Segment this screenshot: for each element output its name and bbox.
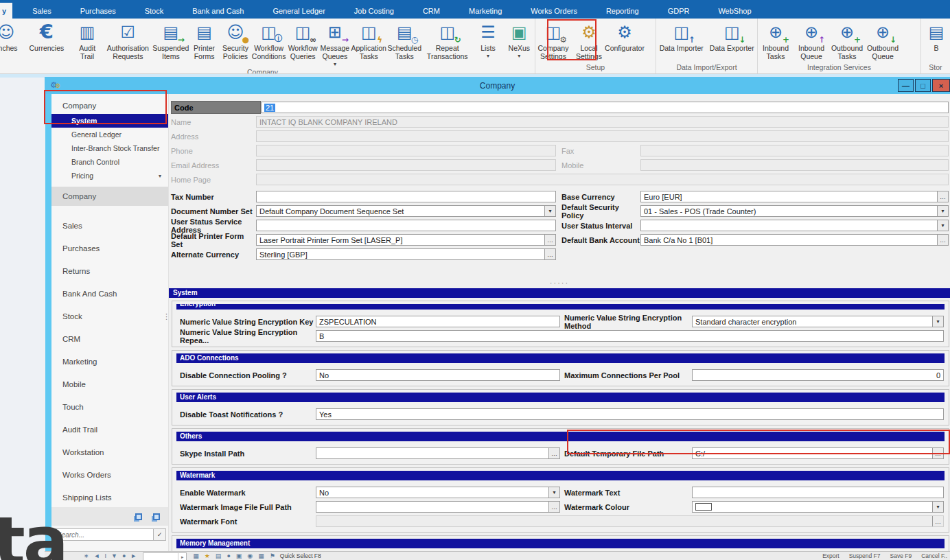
encryption-method-field[interactable]: Standard character encryption ▾ <box>692 316 944 327</box>
lock-icon[interactable]: ● <box>122 552 126 559</box>
watermark-colour-field[interactable]: ▾ <box>692 501 944 513</box>
ellipsis-button[interactable]: … <box>932 516 943 526</box>
flag-icon[interactable]: ⚑ <box>270 552 275 559</box>
ribbon-tab[interactable]: CRM <box>408 3 454 19</box>
ribbon-button[interactable]: Workflow Queries <box>287 19 319 61</box>
status-action[interactable]: Save F9 <box>890 552 912 560</box>
quick-select-label[interactable]: Quick Select F8 <box>280 552 321 560</box>
back-icon[interactable]: ◄ <box>94 552 100 559</box>
maximize-button[interactable]: □ <box>915 79 931 92</box>
disable-toast-field[interactable]: Yes <box>316 408 944 420</box>
ribbon-button[interactable]: Repeat Transactions <box>422 19 472 61</box>
ribbon-button[interactable]: Lists ▾ <box>472 19 503 59</box>
text-cursor-icon[interactable]: Ι <box>104 552 106 559</box>
encryption-repeat-field[interactable]: B <box>316 330 944 342</box>
filter-icon[interactable]: ▼ <box>111 552 117 559</box>
ellipsis-button[interactable]: … <box>548 448 559 458</box>
dropdown-button[interactable]: ▾ <box>932 316 943 327</box>
cascade-windows-icon[interactable] <box>153 513 160 520</box>
status-action[interactable]: Export <box>822 552 839 560</box>
ribbon-tab[interactable]: Reporting <box>592 3 653 19</box>
base-currency-field[interactable]: Euro [EUR] … <box>640 191 949 202</box>
sidebar-item[interactable]: Works Orders <box>51 463 168 486</box>
disable-pooling-field[interactable]: No <box>316 369 560 381</box>
sidebar-item[interactable]: General Ledger <box>51 128 168 141</box>
temp-path-field[interactable]: C:/ … <box>692 447 944 459</box>
status-action[interactable]: Cancel F.. <box>921 552 947 560</box>
document-number-set-field[interactable]: Default Company Document Sequence Set ▾ <box>256 205 556 217</box>
max-connections-field[interactable]: 0 <box>692 369 944 381</box>
ellipsis-button[interactable]: … <box>544 235 555 245</box>
ribbon-button[interactable]: Scheduled Tasks <box>386 19 422 61</box>
ribbon-tab[interactable]: WebShop <box>704 3 765 19</box>
ribbon-button[interactable]: Data Exporter <box>707 19 758 53</box>
alternate-currency-field[interactable]: Sterling [GBP] … <box>256 248 556 260</box>
ribbon-button[interactable]: Configurator <box>607 19 642 53</box>
ellipsis-button[interactable]: … <box>937 191 948 202</box>
default-printer-form-set-field[interactable]: Laser Portrait Printer Form Set [LASER_P… <box>256 234 556 246</box>
tax-number-field[interactable] <box>256 191 556 202</box>
sidebar-item[interactable]: Returns <box>51 259 168 282</box>
ribbon-button[interactable]: Workflow Conditions <box>251 19 287 61</box>
sidebar-item[interactable]: Inter-Branch Stock Transfer <box>51 141 168 155</box>
ribbon-button[interactable]: Company Settings <box>535 19 571 61</box>
watermark-image-path-field[interactable]: … <box>316 501 560 513</box>
favourite-icon[interactable]: ★ <box>205 552 210 559</box>
sidebar-item[interactable]: Company <box>51 187 168 206</box>
ribbon-button[interactable]: Printer Forms <box>189 19 220 61</box>
sidebar-item[interactable]: Workstation <box>51 441 168 463</box>
ribbon-button[interactable]: Application Tasks <box>351 19 386 61</box>
sidebar-item[interactable]: Stock <box>51 305 168 327</box>
default-security-policy-field[interactable]: 01 - Sales - POS (Trade Counter) ▾ <box>640 205 949 217</box>
pager-next-icon[interactable]: ▸ <box>178 553 186 560</box>
user-status-interval-field[interactable]: ▾ <box>640 220 949 231</box>
ribbon-tab[interactable]: Job Costing <box>340 3 408 19</box>
status-action[interactable]: Suspend F7 <box>849 552 881 560</box>
dropdown-button[interactable]: ▾ <box>544 206 555 216</box>
ribbon-button[interactable]: Suspended Items <box>153 19 189 61</box>
ribbon-tab[interactable]: Purchases <box>66 3 130 19</box>
dropdown-button[interactable]: ▾ <box>932 502 943 512</box>
ellipsis-button[interactable]: … <box>548 502 559 512</box>
sidebar-item[interactable]: Marketing <box>51 350 168 373</box>
dropdown-button[interactable]: ▾ <box>937 220 948 231</box>
sidebar-item[interactable]: Mobile <box>51 373 168 395</box>
globe-icon[interactable]: ◉ <box>247 552 253 559</box>
ribbon-button[interactable]: Authorisation Requests <box>103 19 153 61</box>
new-icon[interactable]: ∗ <box>84 552 89 559</box>
sidebar-item[interactable]: Sales <box>51 214 168 237</box>
sidebar-item[interactable]: Pricing ▾ <box>51 169 168 183</box>
ribbon-tab[interactable]: Works Orders <box>516 3 592 19</box>
ribbon-button[interactable]: B <box>921 19 950 53</box>
ribbon-button[interactable]: anches <box>0 19 21 53</box>
splitter-dots[interactable]: ····· <box>169 279 950 288</box>
ellipsis-button[interactable]: … <box>937 235 948 245</box>
ribbon-tab[interactable]: GDPR <box>653 3 704 19</box>
ribbon-tab[interactable]: General Ledger <box>258 3 339 19</box>
sidebar-item[interactable]: Company <box>51 97 168 114</box>
ribbon-button[interactable]: Security Policies <box>220 19 251 61</box>
minimize-button[interactable]: — <box>898 79 914 92</box>
grid-icon[interactable]: ▦ <box>193 552 199 559</box>
record-pager-input[interactable]: ▸ <box>143 552 187 560</box>
sidebar-item[interactable]: System <box>51 114 168 128</box>
document-icon[interactable]: ▤ <box>216 552 222 559</box>
sidebar-item[interactable]: Bank And Cash <box>51 282 168 305</box>
ribbon-tab[interactable]: Marketing <box>454 3 516 19</box>
ribbon-button[interactable]: NeXus ▾ <box>504 19 535 59</box>
ribbon-button[interactable]: Inbound Queue <box>793 19 829 61</box>
cascade-windows-icon[interactable] <box>135 513 142 520</box>
ribbon-tab[interactable]: y <box>0 3 12 19</box>
lock-icon[interactable]: ● <box>227 552 230 559</box>
ribbon-button[interactable]: Outbound Tasks <box>829 19 865 61</box>
dialog-titlebar[interactable]: Company — □ × <box>45 77 950 94</box>
dropdown-button[interactable]: ▾ <box>937 206 948 216</box>
printer-icon[interactable]: ▣ <box>236 552 242 559</box>
encryption-key-field[interactable]: ZSPECULATION <box>316 316 560 327</box>
sidebar-item[interactable]: Audit Trail <box>51 418 168 441</box>
skype-path-field[interactable]: … <box>316 447 560 459</box>
ribbon-button[interactable]: Currencies <box>21 19 71 53</box>
enable-watermark-field[interactable]: No ▾ <box>316 487 560 498</box>
sidebar-item[interactable]: Touch <box>51 395 168 418</box>
ellipsis-button[interactable]: … <box>932 448 943 458</box>
